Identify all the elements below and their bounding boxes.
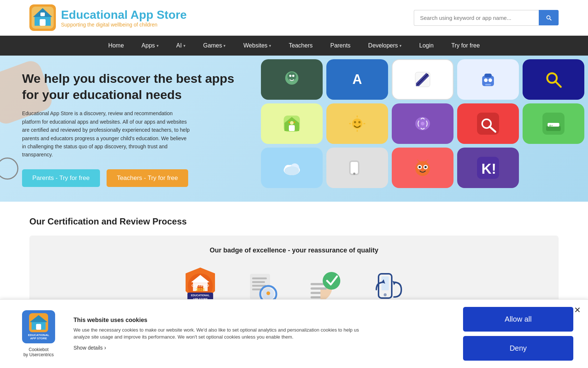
app-icon-brain [392, 103, 453, 144]
svg-marker-54 [424, 159, 429, 162]
svg-point-83 [323, 272, 340, 290]
svg-text:A+: A+ [549, 124, 553, 127]
search-input[interactable] [414, 10, 539, 26]
logo-text: Educational App Store Supporting the dig… [61, 8, 187, 28]
svg-marker-87 [392, 281, 396, 285]
parents-try-free-button[interactable]: Parents - Try for free [22, 169, 100, 187]
cookie-logo: EDUCATIONAL APP STORE Cookiebot by Userc… [15, 310, 62, 357]
svg-text:K!: K! [481, 161, 496, 177]
svg-point-33 [421, 122, 424, 125]
allow-all-button[interactable]: Allow all [463, 307, 573, 332]
nav-try-free[interactable]: Try for free [442, 36, 489, 56]
svg-rect-16 [485, 84, 491, 85]
svg-rect-21 [289, 125, 295, 131]
nav-games[interactable]: Games ▾ [194, 36, 235, 56]
developers-chevron: ▾ [399, 43, 402, 48]
nav-home[interactable]: Home [99, 36, 133, 56]
svg-point-8 [289, 75, 291, 77]
svg-point-26 [354, 121, 356, 123]
hero-right: A [257, 56, 588, 202]
logo-subtitle: Supporting the digital wellbeing of chil… [61, 22, 187, 28]
app-icon-cloud [261, 148, 323, 188]
app-icon-2: A [326, 59, 388, 100]
svg-point-27 [358, 121, 361, 123]
svg-marker-53 [417, 159, 421, 162]
svg-point-44 [284, 166, 299, 175]
app-icon-green: A+ [523, 103, 584, 144]
svg-point-22 [290, 121, 294, 125]
cookie-logo-image: EDUCATIONAL APP STORE [22, 310, 55, 343]
cookie-close-button[interactable]: ✕ [574, 305, 581, 315]
app-icon-3 [392, 59, 453, 100]
svg-rect-71 [252, 277, 267, 279]
logo-area: Educational App Store Supporting the dig… [29, 4, 187, 31]
cookiebot-label: Cookiebot by Usercentrics [24, 347, 54, 357]
cert-box-title: Our badge of excellence - your reassuran… [44, 247, 544, 254]
websites-chevron: ▾ [269, 43, 271, 48]
hero-left: We help you discover the best apps for y… [0, 56, 257, 202]
svg-point-15 [488, 78, 492, 82]
nav-apps[interactable]: Apps ▾ [133, 36, 167, 56]
svg-rect-85 [381, 276, 389, 290]
nav-parents[interactable]: Parents [322, 36, 359, 56]
app-icon-k: K! [457, 148, 519, 188]
svg-point-14 [484, 78, 488, 82]
svg-rect-80 [311, 287, 327, 290]
svg-line-18 [555, 81, 561, 87]
nav-ai[interactable]: AI ▾ [168, 36, 194, 56]
nav-teachers[interactable]: Teachers [280, 36, 322, 56]
logo-title: Educational App Store [61, 8, 187, 22]
svg-text:CERTIFIED: CERTIFIED [191, 284, 209, 287]
svg-text:EDUCATIONAL: EDUCATIONAL [191, 294, 210, 297]
svg-rect-46 [351, 162, 358, 174]
app-icon-house [261, 103, 323, 144]
nav-websites[interactable]: Websites ▾ [234, 36, 280, 56]
svg-point-48 [415, 161, 430, 176]
svg-text:2024: 2024 [196, 287, 205, 292]
cookie-body-text: We use the necessary cookies to make our… [74, 326, 368, 341]
svg-point-51 [419, 166, 421, 168]
app-icon-1 [261, 59, 323, 100]
app-icon-sun [326, 103, 388, 144]
ai-chevron: ▾ [183, 43, 186, 48]
search-button[interactable] [539, 10, 559, 25]
hero-buttons: Parents - Try for free Teachers - Try fo… [22, 169, 235, 187]
svg-rect-13 [484, 74, 492, 77]
search-area [414, 10, 559, 26]
svg-rect-4 [40, 19, 46, 26]
teachers-try-free-button[interactable]: Teachers - Try for free [107, 169, 188, 187]
cookie-banner: ✕ EDUCATIONAL APP STORE Cookiebot by Use… [0, 299, 588, 368]
app-icon-fox [392, 148, 453, 188]
apps-chevron: ▾ [157, 43, 159, 48]
logo-icon [29, 4, 56, 31]
svg-point-9 [292, 75, 294, 77]
hero-section: We help you discover the best apps for y… [0, 56, 588, 202]
app-icon-robot [457, 59, 519, 100]
app-icon-red [457, 103, 519, 144]
svg-point-23 [288, 121, 290, 123]
svg-rect-5 [40, 13, 45, 16]
nav-developers[interactable]: Developers ▾ [359, 36, 410, 56]
svg-rect-92 [36, 324, 41, 330]
svg-rect-72 [252, 281, 265, 283]
svg-point-24 [294, 121, 295, 123]
hero-decoration-2 [0, 158, 18, 180]
svg-point-78 [266, 291, 270, 295]
hero-heading: We help you discover the best apps for y… [22, 70, 235, 103]
deny-button[interactable]: Deny [463, 336, 573, 361]
svg-point-7 [287, 72, 296, 81]
show-details-link[interactable]: Show details › [74, 344, 452, 351]
app-icons-grid: A [257, 56, 588, 202]
svg-rect-38 [546, 126, 561, 131]
svg-point-47 [353, 173, 355, 175]
cookie-content: This website uses cookies We use the nec… [74, 317, 452, 351]
cert-section-title: Our Certification and Review Process [29, 216, 559, 227]
hero-description: Educational App Store is a discovery, re… [22, 109, 191, 159]
svg-point-86 [384, 293, 387, 296]
cookie-heading: This website uses cookies [74, 317, 452, 323]
site-header: Educational App Store Supporting the dig… [0, 0, 588, 36]
svg-point-52 [424, 166, 427, 168]
show-details-chevron: › [104, 344, 106, 351]
main-nav: Home Apps ▾ AI ▾ Games ▾ Websites ▾ Teac… [0, 36, 588, 56]
nav-login[interactable]: Login [410, 36, 442, 56]
